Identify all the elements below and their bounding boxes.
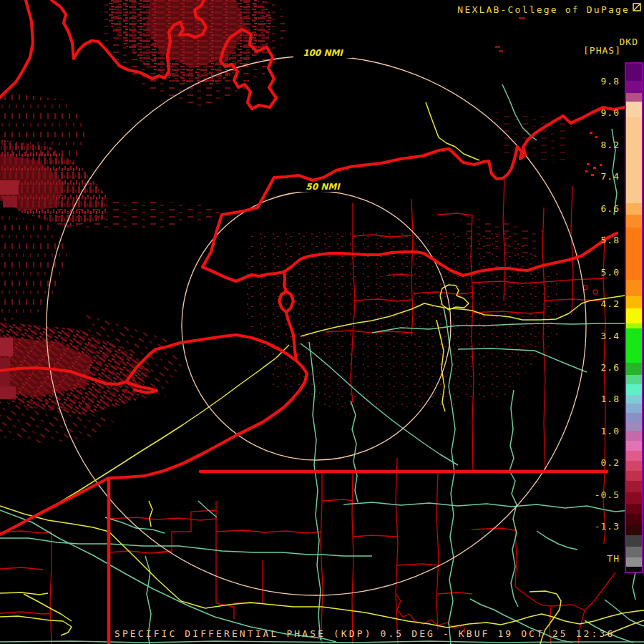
- color-scale-tick: 5.0: [577, 267, 620, 278]
- color-scale-segment: [626, 504, 642, 514]
- color-scale-bar: [625, 62, 643, 573]
- radar-viewport: NEXLAB-College of DuPage DKD [PHAS] 9.89…: [0, 0, 644, 644]
- color-scale-segment: [626, 567, 642, 572]
- color-scale-segment: [626, 102, 642, 117]
- color-scale-tick: 7.4: [577, 171, 620, 182]
- color-scale-segment: [626, 441, 642, 451]
- color-scale-segment: [626, 481, 642, 492]
- color-scale-tick: 8.2: [577, 140, 620, 150]
- range-ring-label-50nmi: 50 NMI: [298, 182, 348, 192]
- color-scale-segment: [626, 557, 642, 567]
- color-scale-segment: [626, 323, 642, 328]
- color-scale-tick: -1.3: [577, 521, 620, 532]
- color-scale-segment: [626, 525, 642, 535]
- color-scale-segment: [626, 375, 642, 384]
- color-scale-tick: 9.0: [577, 107, 620, 118]
- color-scale-segment: [626, 384, 642, 395]
- color-scale-segment: [626, 451, 642, 461]
- range-ring-label-100nmi: 100 NMI: [293, 48, 352, 58]
- colorbar-units-label: DKD: [620, 36, 638, 47]
- color-scale-tick: 0.2: [577, 457, 620, 468]
- color-scale-segment: [626, 514, 642, 525]
- color-scale-segment: [626, 215, 642, 228]
- color-scale-segment: [626, 296, 642, 308]
- color-scale-tick: 2.6: [577, 362, 620, 373]
- color-scale-segment: [626, 308, 642, 323]
- color-scale-segment: [626, 413, 642, 422]
- color-scale-segment: [626, 81, 642, 93]
- color-scale-segment: [626, 228, 642, 280]
- radar-map-canvas: [0, 0, 644, 644]
- color-scale-tick: 1.0: [577, 426, 620, 436]
- color-scale-tick: 6.6: [577, 203, 620, 214]
- color-scale-segment: [626, 280, 642, 296]
- color-scale-segment: [626, 422, 642, 431]
- color-scale-tick: 1.8: [577, 394, 620, 404]
- color-scale-segment: [626, 93, 642, 102]
- color-scale-tick: TH: [577, 553, 620, 564]
- color-scale-tick: 9.8: [577, 76, 620, 87]
- color-scale-segment: [626, 461, 642, 471]
- color-scale-segment: [626, 117, 642, 203]
- color-scale-segment: [626, 431, 642, 441]
- color-scale-tick: 4.2: [577, 298, 620, 309]
- color-scale-segment: [626, 203, 642, 215]
- colorbar-phase-label: [PHAS]: [583, 45, 621, 56]
- color-scale-tick: 3.4: [577, 331, 620, 341]
- color-scale-segment: [626, 535, 642, 547]
- color-scale-tick: -0.5: [577, 489, 620, 500]
- color-scale-segment: [626, 471, 642, 481]
- color-scale-segment: [626, 492, 642, 504]
- color-scale-segment: [626, 363, 642, 375]
- color-scale-segment: [626, 404, 642, 413]
- color-scale-tick: 5.8: [577, 235, 620, 245]
- color-scale-segment: [626, 64, 642, 81]
- color-scale-segment: [626, 547, 642, 557]
- cod-logo-icon: [633, 3, 641, 11]
- color-scale-segment: [626, 328, 642, 363]
- color-scale-segment: [626, 395, 642, 404]
- product-caption: SPECIFIC DIFFERENTIAL PHASE (KDP) 0.5 DE…: [114, 628, 615, 639]
- app-title: NEXLAB-College of DuPage: [457, 4, 630, 15]
